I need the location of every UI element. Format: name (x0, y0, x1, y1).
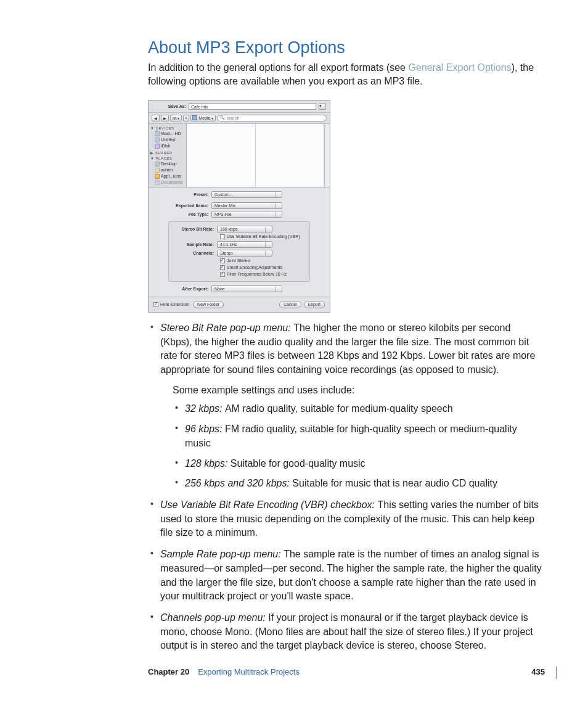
apps-icon (155, 174, 160, 179)
list-item: 256 kbps and 320 kbps: Suitable for musi… (173, 477, 545, 491)
places-header[interactable]: ▼ PLACES (149, 155, 186, 161)
scrollbar[interactable] (324, 124, 330, 187)
save-as-label: Save As: (152, 104, 186, 109)
nav-forward-button[interactable]: ▶ (161, 115, 169, 121)
bitrate-popup[interactable]: 160 kbps (217, 226, 272, 232)
drive-icon (155, 131, 160, 136)
view-mode-button[interactable]: 88 ▾ (170, 115, 182, 121)
term: Sample Rate pop-up menu: (160, 549, 284, 559)
sidebar-item[interactable]: Desktop (149, 161, 186, 167)
term: Channels pop-up menu: (160, 612, 268, 623)
page-number: 435 (531, 667, 545, 676)
description: Suitable for music that is near audio CD… (292, 478, 497, 488)
sidebar-item[interactable]: Maci... HD (149, 131, 186, 137)
disclosure-button[interactable]: ▾ (319, 103, 326, 110)
page-footer: Chapter 20 Exporting Multitrack Projects… (148, 667, 545, 676)
description: Suitable for good-quality music (231, 458, 365, 469)
file-type-popup[interactable]: MP3 File (211, 211, 282, 218)
sidebar-item[interactable]: Appl...ions (149, 173, 186, 179)
filter-freq-checkbox[interactable] (220, 272, 225, 277)
sidebar: ▼ DEVICES Maci... HD Untitled iDisk ▶ SH… (149, 124, 187, 187)
term: 96 kbps: (185, 424, 225, 434)
samplerate-label: Sample Rate: (174, 242, 217, 247)
vbr-checkbox[interactable] (220, 234, 225, 239)
general-export-options-link[interactable]: General Export Options (408, 62, 511, 73)
term: 256 kbps and 320 kbps: (185, 478, 292, 488)
save-as-field[interactable]: Cafe mix (189, 103, 316, 110)
desktop-icon (155, 162, 160, 166)
path-popup[interactable]: Media▾ (190, 115, 216, 121)
joint-stereo-label: Joint Stereo (227, 258, 250, 263)
preset-popup[interactable]: Custom... (211, 191, 282, 198)
intro-paragraph: In addition to the general options for a… (148, 61, 545, 89)
options-list: Stereo Bit Rate pop-up menu: The higher … (148, 321, 545, 653)
sidebar-item[interactable]: Untitled (149, 137, 186, 143)
list-item: 128 kbps: Suitable for good-quality musi… (173, 457, 545, 471)
smart-encoding-label: Smart Encoding Adjustments (227, 265, 282, 269)
hide-extension-checkbox[interactable] (153, 302, 158, 307)
term: 32 kbps: (185, 403, 225, 414)
footer-rule (556, 667, 557, 679)
channels-popup[interactable]: Stereo (217, 250, 272, 257)
intro-pre: In addition to the general options for a… (148, 62, 408, 73)
devices-header[interactable]: ▼ DEVICES (149, 125, 186, 131)
exported-items-popup[interactable]: Master Mix (211, 202, 282, 209)
smart-encoding-checkbox[interactable] (220, 265, 225, 270)
export-dialog: Save As: Cafe mix ▾ ◀ ▶ 88 ▾ ≡ Media▾ 🔍s… (148, 100, 330, 313)
list-item: Channels pop-up menu: If your project is… (148, 611, 545, 653)
after-export-popup[interactable]: None (211, 285, 282, 292)
drive-icon (155, 138, 160, 142)
file-type-label: File Type: (155, 212, 211, 216)
new-folder-button[interactable]: New Folder (193, 301, 224, 308)
search-icon: 🔍 (219, 115, 225, 120)
channels-label: Channels: (174, 251, 217, 255)
nav-back-button[interactable]: ◀ (152, 115, 160, 121)
hide-extension-label: Hide Extension (160, 302, 189, 306)
list-view-icon[interactable]: ≡ (183, 115, 189, 121)
list-item: Stereo Bit Rate pop-up menu: The higher … (148, 321, 545, 491)
chapter-title: Exporting Multitrack Projects (198, 667, 531, 676)
exported-items-label: Exported Items: (155, 203, 211, 208)
sidebar-item[interactable]: iDisk (149, 143, 186, 149)
example-sublist: 32 kbps: AM radio quality, suitable for … (173, 402, 545, 491)
description: FM radio quality, suitable for high-qual… (185, 424, 517, 448)
joint-stereo-checkbox[interactable] (220, 258, 225, 263)
followup-text: Some example settings and uses include: (173, 384, 545, 398)
section-title: About MP3 Export Options (148, 38, 545, 57)
list-item: 32 kbps: AM radio quality, suitable for … (173, 402, 545, 416)
sidebar-item[interactable]: Documents (149, 179, 186, 186)
term: 128 kbps: (185, 458, 231, 469)
filter-freq-label: Filter Frequencies Below 10 Hz (227, 272, 287, 276)
samplerate-popup[interactable]: 44.1 kHz (217, 241, 272, 248)
bitrate-label: Stereo Bit Rate: (174, 227, 217, 231)
search-field[interactable]: 🔍search (217, 115, 327, 121)
folder-icon (155, 180, 160, 185)
home-icon (155, 168, 160, 173)
cancel-button[interactable]: Cancel (279, 301, 301, 308)
chapter-number: Chapter 20 (148, 667, 189, 676)
browser-column[interactable] (256, 124, 325, 187)
term: Use Variable Bit Rate Encoding (VBR) che… (160, 499, 377, 510)
vbr-label: Use Variable Bit Rate Encoding (VBR) (227, 234, 300, 239)
list-item: Use Variable Bit Rate Encoding (VBR) che… (148, 498, 545, 540)
export-button[interactable]: Export (304, 301, 325, 308)
preset-label: Preset: (155, 192, 211, 197)
browser-column[interactable] (187, 124, 256, 187)
term: Stereo Bit Rate pop-up menu: (160, 322, 293, 333)
description: AM radio quality, suitable for medium-qu… (225, 403, 453, 414)
sidebar-item[interactable]: admin (149, 167, 186, 173)
mp3-options-panel: Stereo Bit Rate:160 kbps Use Variable Bi… (168, 221, 310, 282)
file-browser: ▼ DEVICES Maci... HD Untitled iDisk ▶ SH… (149, 124, 330, 187)
after-export-label: After Export: (155, 287, 211, 291)
list-item: 96 kbps: FM radio quality, suitable for … (173, 422, 545, 450)
list-item: Sample Rate pop-up menu: The sample rate… (148, 548, 545, 604)
idisk-icon (155, 144, 160, 149)
shared-header[interactable]: ▶ SHARED (149, 149, 186, 155)
